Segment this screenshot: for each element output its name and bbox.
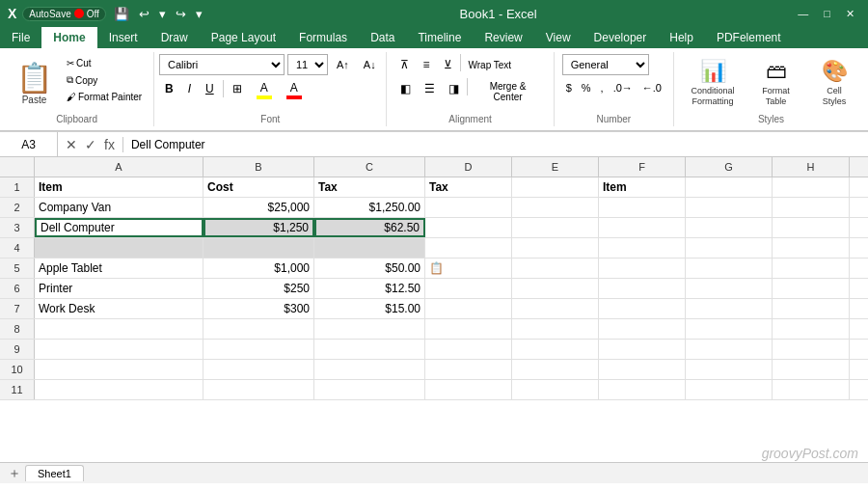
row-number[interactable]: 10	[0, 360, 35, 379]
col-header-C[interactable]: C	[314, 157, 425, 177]
format-table-button[interactable]: 🗃 Format Table	[747, 54, 804, 112]
cell[interactable]	[512, 198, 599, 217]
ribbon-tab-page-layout[interactable]: Page Layout	[200, 27, 287, 48]
cell[interactable]	[686, 198, 773, 217]
font-size-select[interactable]: 11	[287, 54, 328, 75]
cell[interactable]	[773, 198, 850, 217]
col-header-G[interactable]: G	[686, 157, 773, 177]
cell[interactable]	[314, 319, 425, 339]
italic-button[interactable]: I	[182, 78, 197, 99]
cell[interactable]	[599, 319, 686, 339]
cell[interactable]	[203, 238, 314, 258]
align-middle-button[interactable]: ≡	[417, 54, 435, 75]
cell[interactable]	[35, 360, 203, 379]
save-button[interactable]: 💾	[112, 7, 131, 21]
cell[interactable]	[35, 238, 203, 258]
cell[interactable]	[425, 360, 512, 379]
row-number[interactable]: 6	[0, 279, 35, 298]
cell[interactable]	[686, 340, 773, 359]
row-number[interactable]: 1	[0, 177, 35, 197]
cell[interactable]	[599, 198, 686, 217]
cell[interactable]	[773, 218, 850, 237]
cell[interactable]	[686, 259, 773, 278]
cell[interactable]	[686, 218, 773, 237]
cell[interactable]: Company Van	[35, 198, 203, 217]
ribbon-tab-insert[interactable]: Insert	[97, 27, 149, 48]
cell[interactable]	[686, 279, 773, 298]
cell[interactable]: 📋	[425, 259, 512, 278]
paste-button[interactable]: 📋 Paste	[8, 54, 61, 112]
ribbon-tab-data[interactable]: Data	[359, 27, 406, 48]
cell[interactable]: Tax	[314, 177, 425, 197]
increase-font-size-button[interactable]: A↑	[331, 54, 355, 75]
align-center-button[interactable]: ☰	[419, 78, 441, 99]
decrease-font-size-button[interactable]: A↓	[358, 54, 382, 75]
cell[interactable]	[599, 279, 686, 298]
align-left-button[interactable]: ◧	[394, 78, 417, 99]
cell[interactable]: $250	[203, 279, 314, 298]
cell[interactable]	[314, 380, 425, 399]
cell[interactable]	[35, 319, 203, 339]
cell[interactable]: Item	[35, 177, 203, 197]
cell[interactable]	[773, 360, 850, 379]
cell[interactable]	[512, 360, 599, 379]
cell[interactable]	[512, 259, 599, 278]
cell[interactable]	[599, 340, 686, 359]
cell[interactable]	[512, 238, 599, 258]
cell[interactable]: Item	[599, 177, 686, 197]
number-format-select[interactable]: General	[562, 54, 649, 75]
ribbon-tab-timeline[interactable]: Timeline	[406, 27, 473, 48]
font-name-select[interactable]: Calibri	[159, 54, 285, 75]
customize-qat-button[interactable]: ▾	[194, 7, 204, 21]
cell[interactable]	[599, 238, 686, 258]
cell[interactable]	[686, 238, 773, 258]
row-number[interactable]: 11	[0, 380, 35, 399]
cell[interactable]: $1,250.00	[314, 198, 425, 217]
cell[interactable]	[314, 340, 425, 359]
cell[interactable]	[512, 218, 599, 237]
col-header-A[interactable]: A	[35, 157, 203, 177]
row-number[interactable]: 5	[0, 259, 35, 278]
cell[interactable]	[599, 299, 686, 318]
cell[interactable]: Work Desk	[35, 299, 203, 318]
ribbon-tab-formulas[interactable]: Formulas	[287, 27, 359, 48]
cell[interactable]	[512, 319, 599, 339]
cell[interactable]: $1,000	[203, 259, 314, 278]
col-header-H[interactable]: H	[773, 157, 850, 177]
align-right-button[interactable]: ◨	[443, 78, 465, 99]
cell[interactable]	[599, 360, 686, 379]
increase-decimal-button[interactable]: .0→	[610, 80, 637, 95]
cell[interactable]	[773, 279, 850, 298]
col-header-D[interactable]: D	[425, 157, 512, 177]
cell[interactable]	[512, 380, 599, 399]
comma-button[interactable]: ,	[597, 80, 608, 95]
minimize-button[interactable]: —	[792, 6, 814, 22]
row-number[interactable]: 9	[0, 340, 35, 359]
cell[interactable]: $25,000	[203, 198, 314, 217]
cell[interactable]: Dell Computer	[35, 218, 203, 237]
cell[interactable]	[686, 177, 773, 197]
cell[interactable]: $12.50	[314, 279, 425, 298]
bold-button[interactable]: B	[159, 78, 179, 99]
row-number[interactable]: 2	[0, 198, 35, 217]
cut-button[interactable]: ✂ Cut	[63, 56, 146, 70]
ribbon-tab-home[interactable]: Home	[41, 27, 96, 48]
conditional-formatting-button[interactable]: 📊 Conditional Formatting	[682, 54, 744, 112]
cell[interactable]	[425, 238, 512, 258]
cell[interactable]	[425, 380, 512, 399]
cell[interactable]	[773, 380, 850, 399]
cell[interactable]: Printer	[35, 279, 203, 298]
cell-reference[interactable]: A3	[0, 132, 58, 156]
cancel-formula-icon[interactable]: ✕	[64, 137, 79, 152]
ribbon-tab-developer[interactable]: Developer	[583, 27, 659, 48]
confirm-formula-icon[interactable]: ✓	[83, 137, 98, 152]
copy-button[interactable]: ⧉ Copy	[63, 72, 146, 88]
cell[interactable]	[425, 279, 512, 298]
redo-button[interactable]: ↪	[174, 7, 188, 21]
maximize-button[interactable]: □	[818, 6, 836, 22]
cell[interactable]	[425, 299, 512, 318]
cell[interactable]	[599, 380, 686, 399]
cell[interactable]	[773, 259, 850, 278]
cell[interactable]: $1,250	[203, 218, 314, 237]
cell[interactable]	[203, 319, 314, 339]
